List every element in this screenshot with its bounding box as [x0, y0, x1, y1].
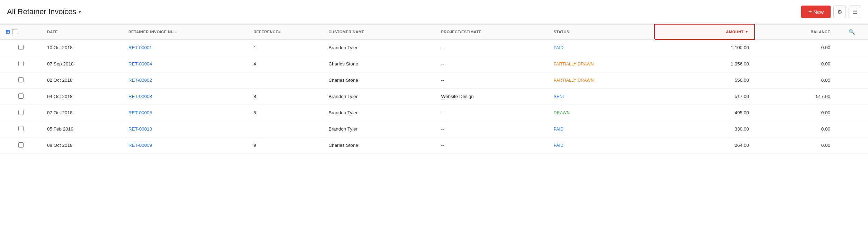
row-action [836, 56, 868, 72]
row-status: PAID [548, 121, 654, 137]
table-search-icon[interactable]: 🔍 [849, 29, 855, 35]
row-customer: Charles Stone [323, 72, 435, 88]
row-status: PAID [548, 137, 654, 153]
col-header-search: 🔍 [836, 24, 868, 39]
row-reference: 8 [248, 88, 323, 105]
row-retainer: RET-00002 [123, 72, 248, 88]
col-header-project: PROJECT/ESTIMATE [436, 24, 548, 39]
table-row: 07 Sep 2018 RET-00004 4 Charles Stone --… [0, 56, 868, 72]
menu-button[interactable]: ☰ [849, 6, 861, 18]
row-balance: 0.00 [754, 56, 836, 72]
table-row: 07 Oct 2018 RET-00005 5 Brandon Tyler --… [0, 105, 868, 121]
row-amount: 517.00 [654, 88, 754, 105]
row-checkbox[interactable] [18, 93, 24, 99]
invoice-table: ⊞ DATE RETAINER INVOICE NU... REFERENCE#… [0, 24, 868, 154]
amount-sort-control[interactable]: AMOUNT ▼ [726, 30, 749, 34]
row-action [836, 137, 868, 153]
row-status: DRAWN [548, 105, 654, 121]
amount-col-label: AMOUNT [726, 30, 744, 34]
row-reference: 5 [248, 105, 323, 121]
sort-arrow-icon: ▼ [745, 30, 749, 34]
settings-icon: ⚙ [837, 9, 842, 15]
table-row: 05 Feb 2019 RET-00013 Brandon Tyler -- P… [0, 121, 868, 137]
row-amount: 1,100.00 [654, 39, 754, 56]
row-checkbox[interactable] [18, 142, 24, 148]
table-row: 02 Oct 2018 RET-00002 Charles Stone -- P… [0, 72, 868, 88]
status-badge: PAID [554, 45, 564, 50]
row-retainer: RET-00001 [123, 39, 248, 56]
col-header-checkbox: ⊞ [0, 24, 42, 39]
row-amount: 550.00 [654, 72, 754, 88]
settings-button[interactable]: ⚙ [833, 6, 846, 18]
retainer-link[interactable]: RET-00013 [128, 126, 152, 132]
status-badge: PARTIALLY DRAWN [554, 78, 594, 83]
table-body: 10 Oct 2018 RET-00001 1 Brandon Tyler --… [0, 39, 868, 154]
row-project: -- [436, 137, 548, 153]
row-checkbox-cell [0, 105, 42, 121]
row-customer: Brandon Tyler [323, 105, 435, 121]
row-checkbox[interactable] [18, 110, 24, 115]
col-header-amount[interactable]: AMOUNT ▼ [654, 24, 754, 39]
row-retainer: RET-00013 [123, 121, 248, 137]
status-badge: SENT [554, 94, 565, 99]
row-project: -- [436, 105, 548, 121]
retainer-link[interactable]: RET-00002 [128, 78, 152, 83]
status-badge: PAID [554, 143, 564, 148]
row-customer: Charles Stone [323, 137, 435, 153]
row-date: 07 Oct 2018 [42, 105, 123, 121]
col-header-reference: REFERENCE# [248, 24, 323, 39]
table-row: 10 Oct 2018 RET-00001 1 Brandon Tyler --… [0, 39, 868, 56]
row-checkbox-cell [0, 137, 42, 153]
invoice-table-container: ⊞ DATE RETAINER INVOICE NU... REFERENCE#… [0, 24, 868, 154]
row-checkbox[interactable] [18, 45, 24, 50]
row-balance: 0.00 [754, 121, 836, 137]
row-amount: 1,056.00 [654, 56, 754, 72]
row-action [836, 88, 868, 105]
row-action [836, 121, 868, 137]
select-all-checkbox[interactable] [12, 29, 17, 34]
retainer-link[interactable]: RET-00008 [128, 94, 152, 99]
row-checkbox-cell [0, 72, 42, 88]
row-balance: 0.00 [754, 105, 836, 121]
row-checkbox[interactable] [18, 126, 24, 131]
new-button[interactable]: + New [801, 6, 831, 18]
row-date: 07 Sep 2018 [42, 56, 123, 72]
col-header-date: DATE [42, 24, 123, 39]
row-date: 08 Oct 2018 [42, 137, 123, 153]
row-checkbox-cell [0, 56, 42, 72]
row-customer: Brandon Tyler [323, 121, 435, 137]
status-badge: PAID [554, 127, 564, 132]
row-project: Website Design [436, 88, 548, 105]
column-toggle-icon[interactable]: ⊞ [6, 29, 10, 35]
retainer-link[interactable]: RET-00005 [128, 110, 152, 115]
row-checkbox[interactable] [18, 61, 24, 66]
row-retainer: RET-00008 [123, 88, 248, 105]
status-badge: PARTIALLY DRAWN [554, 62, 594, 66]
col-header-retainer: RETAINER INVOICE NU... [123, 24, 248, 39]
retainer-link[interactable]: RET-00009 [128, 143, 152, 148]
new-button-label: New [813, 9, 824, 15]
row-checkbox-cell [0, 39, 42, 56]
row-checkbox[interactable] [18, 77, 24, 82]
row-checkbox-cell [0, 88, 42, 105]
row-status: PARTIALLY DRAWN [548, 56, 654, 72]
retainer-link[interactable]: RET-00001 [128, 45, 152, 50]
title-dropdown-icon[interactable]: ▾ [79, 9, 81, 15]
row-retainer: RET-00004 [123, 56, 248, 72]
new-button-plus-icon: + [808, 9, 812, 15]
retainer-link[interactable]: RET-00004 [128, 61, 152, 66]
row-retainer: RET-00009 [123, 137, 248, 153]
row-retainer: RET-00005 [123, 105, 248, 121]
row-customer: Charles Stone [323, 56, 435, 72]
row-date: 10 Oct 2018 [42, 39, 123, 56]
row-balance: 517.00 [754, 88, 836, 105]
row-balance: 0.00 [754, 137, 836, 153]
row-project: -- [436, 121, 548, 137]
header-right: + New ⚙ ☰ [801, 6, 861, 18]
row-customer: Brandon Tyler [323, 39, 435, 56]
row-reference [248, 72, 323, 88]
row-project: -- [436, 56, 548, 72]
row-date: 05 Feb 2019 [42, 121, 123, 137]
row-reference: 9 [248, 137, 323, 153]
table-header-row: ⊞ DATE RETAINER INVOICE NU... REFERENCE#… [0, 24, 868, 39]
